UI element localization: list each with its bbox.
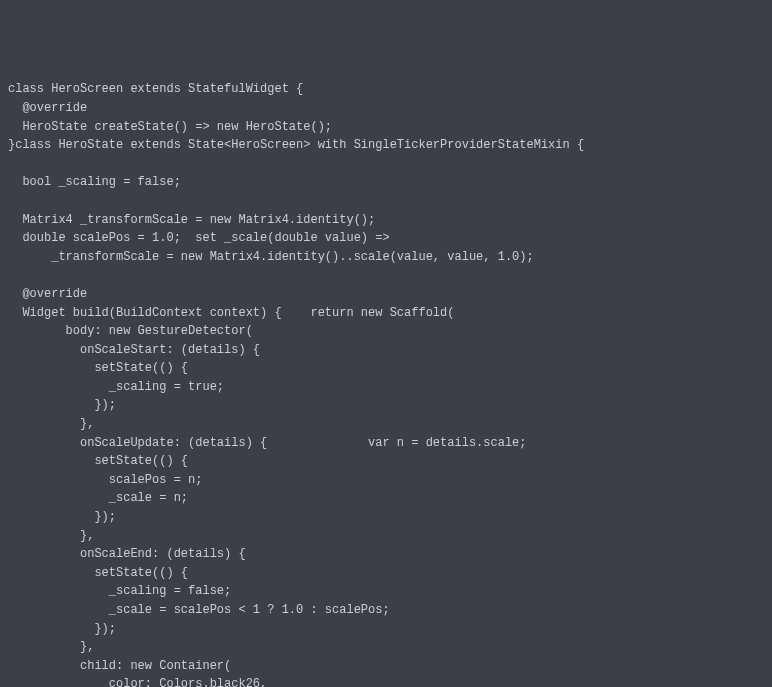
code-line: }, [8,640,94,654]
code-line: body: new GestureDetector( [8,324,253,338]
code-line: scalePos = n; [8,473,202,487]
code-line: _scaling = true; [8,380,224,394]
code-line: _transformScale = new Matrix4.identity()… [8,250,534,264]
code-line: }); [8,622,116,636]
code-line: onScaleStart: (details) { [8,343,260,357]
code-line: bool _scaling = false; [8,175,181,189]
code-line: class HeroScreen extends StatefulWidget … [8,82,303,96]
code-line: }); [8,510,116,524]
code-line: onScaleEnd: (details) { [8,547,246,561]
code-line: }, [8,417,94,431]
code-line: @override [8,101,87,115]
code-line: @override [8,287,87,301]
code-line: Matrix4 _transformScale = new Matrix4.id… [8,213,375,227]
code-line: setState(() { [8,361,188,375]
code-line: }); [8,398,116,412]
code-line: onScaleUpdate: (details) { var n = detai… [8,436,526,450]
code-line: HeroState createState() => new HeroState… [8,120,332,134]
code-line: }, [8,529,94,543]
code-line: _scale = n; [8,491,188,505]
code-line: color: Colors.black26, [8,677,267,687]
code-line: double scalePos = 1.0; set _scale(double… [8,231,390,245]
code-line: }class HeroState extends State<HeroScree… [8,138,584,152]
code-block: class HeroScreen extends StatefulWidget … [8,80,764,687]
code-line: _scale = scalePos < 1 ? 1.0 : scalePos; [8,603,390,617]
code-line: setState(() { [8,454,188,468]
code-line: _scaling = false; [8,584,231,598]
code-line: setState(() { [8,566,188,580]
code-line: Widget build(BuildContext context) { ret… [8,306,454,320]
code-line: child: new Container( [8,659,231,673]
